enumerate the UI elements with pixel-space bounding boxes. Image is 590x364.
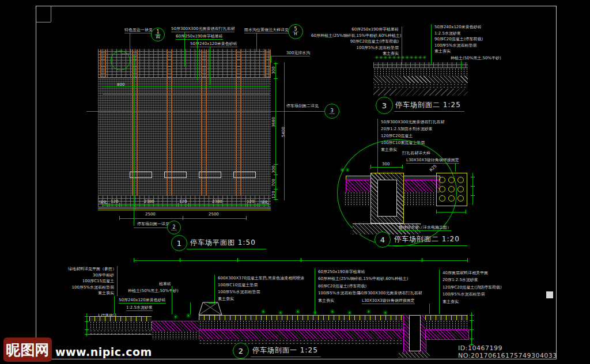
callout-label: 120厚C20混凝土(消防停车荷载) [442,284,510,291]
callout-label: 60厚种植土(25%细碎石,15%中粗砂,60%种植土) [318,275,404,282]
plan-parking-field [98,78,271,196]
plant-symbol: ✳✳ [339,167,350,173]
plan-stall-divider [132,78,138,196]
plant-symbol: ✳ [278,310,283,316]
dim-tick [274,63,278,64]
dim-tick [467,258,468,262]
dim-tick [85,321,89,322]
green-area-label: 绿化 [260,200,268,204]
detail-marker-bubble: 1四 [151,28,165,41]
dimension-line [471,312,472,346]
callout-label: L30X30X3镀锌角钢焊接固定 [362,298,415,304]
callout-label: 预埋排水管（详水电施工图） [399,225,451,231]
callout-label: 素土夯实 [434,48,509,55]
sec1-left-callouts: 绿地材料详见平面（参照） 30厚中粗砂 100厚C15混凝土 100厚5%水泥石… [68,266,118,296]
callout-label: 100厚5%水泥石粉垫层 [218,289,301,295]
plant-symbol: ✳ [383,310,388,316]
title2-text: 停车场剖面一 1:25 [252,346,318,355]
dim-text: 2380 [212,199,222,204]
plan-wheel-stopper [164,172,187,178]
callout-label: 50厚240x120米黄色砂砖 [434,24,509,31]
plan-stall-divider [236,78,241,196]
plan-column-marker [236,50,241,77]
dim-tick [436,210,437,214]
sec1-pavement-concrete [199,329,404,340]
leader-line [172,286,172,314]
title-underline [187,249,266,249]
dim-tick [85,329,89,330]
callout-label: 种植土(50%黑土,50%干砂) [128,289,179,293]
title2-bubble: 2 [233,343,249,359]
plate-hole [457,195,464,202]
sec1-wheel-stopper [198,301,223,316]
dim-tick [274,199,278,200]
dim-tick [237,258,238,262]
sec1-pavement-concrete [425,329,469,340]
dim-text: 2500 [209,212,219,217]
nipic-logo-text: 昵图网 [6,340,50,359]
dim-tick [183,216,183,220]
dim-tick [119,203,120,207]
title-number: 1 [177,239,181,248]
dim-tick [134,258,134,262]
dim-tick [109,203,109,207]
callout-label: 100厚5%水泥石粉垫层 [68,285,114,291]
det4-channel-inner [377,180,397,217]
title4-bubble: 4 [375,232,391,248]
leader-line [271,56,286,56]
cut2-ref-bubble: 3 [324,104,339,119]
frame-corner-line [51,6,51,22]
dim-text: 120 [111,199,118,204]
sec1-green-soil [152,331,199,339]
title4-text: 停车场剖面二 1:20 [394,234,460,244]
layer-bottom-line [86,334,152,335]
plant-symbol: ✳ [186,313,191,319]
section-cut-line-horizontal [86,111,326,112]
plant-symbol: ✳ [295,309,300,315]
dim-tick [188,203,189,207]
callout-label: 100厚C10混凝土垫层 [218,282,301,289]
dim-tick [274,78,278,79]
dim-tick [370,165,371,169]
green-area-label: 绿化 [99,200,107,204]
sec3-left-callouts: 60厚250x190井字植草砖 60厚种植土(25%细碎石,15%中粗砂,60%… [311,26,402,65]
title1-text: 停车场平面图 1:50 [190,238,256,248]
title-underline [392,245,467,246]
leader-line [271,56,271,63]
sec3-layer-concrete [373,76,468,83]
plan-edge-line [98,208,271,208]
dim-tick [258,203,258,207]
leader-line [197,40,198,80]
dim-tick [470,320,474,321]
sec1-pavement-soil [199,320,403,329]
dim-tick [85,316,89,317]
plan-dim-800: 800 [117,82,124,87]
det4-soil-right [403,192,437,206]
dim-tick [247,203,248,207]
plate-hole [457,186,464,192]
title3-bubble: 3 [376,97,393,114]
dim-tick [471,177,475,177]
leader-line [429,304,430,314]
sec1-walkway-base [89,329,152,334]
leader-line [114,296,115,314]
callout-label: 300宽排水沟 [286,51,310,56]
dim-tick [274,175,278,175]
dim-tick [466,210,466,214]
dim-tick [274,164,278,165]
dim-tick [470,315,474,316]
callout-label: 绿地材料详见平面（参照） [68,266,114,272]
plate-hole [448,186,455,192]
callout-label: 60厚种植土(25%细碎石,15%中粗砂,60%种植土) [311,33,399,39]
dim-text: 700 [271,179,276,186]
plant-symbol: ✳ [260,309,266,315]
callout-label: 特色压边一块见 [124,28,153,33]
cut1-ref-bubble: 2 [167,221,181,234]
dimension-line [370,167,403,168]
leader-line [130,33,130,54]
plan-column-marker [201,50,207,77]
callout-label: 50厚300X300光面黄锈石打孔石材 [171,26,235,32]
plan-wheel-stopper [199,172,221,178]
dim-text: 120 [271,191,276,198]
plan-stall-divider [201,78,207,196]
